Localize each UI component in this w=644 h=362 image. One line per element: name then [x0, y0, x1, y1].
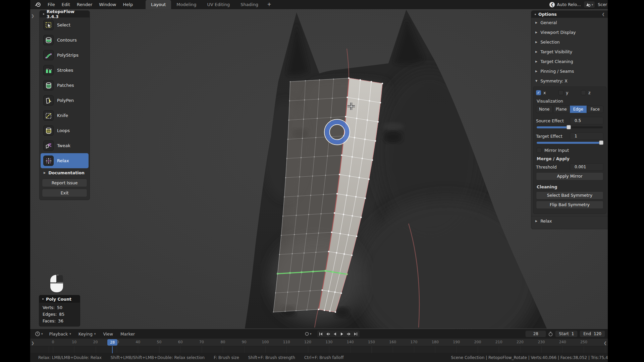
section-selection[interactable]: ▶Selection — [531, 37, 608, 47]
mode-dropdown[interactable]: ▾ — [584, 1, 595, 8]
mirror-input-row[interactable]: Mirror Input — [537, 148, 603, 153]
current-frame-badge[interactable]: 28 — [107, 339, 117, 346]
add-workspace-button[interactable]: + — [264, 0, 275, 9]
tool-polystrips[interactable]: PolyStrips — [41, 48, 89, 63]
apply-mirror-button[interactable]: Apply Mirror — [536, 172, 603, 180]
visualization-plane-button[interactable]: Plane — [553, 106, 570, 113]
timeline-menu-keying[interactable]: Keying▾ — [75, 331, 100, 337]
retopoflow-panel: RetopoFlow 3.4.3 SelectContoursPolyStrip… — [39, 10, 90, 200]
tab-shading[interactable]: Shading — [235, 0, 264, 9]
options-panel-header[interactable]: Options ❮ — [531, 11, 608, 18]
timeline-menu-view[interactable]: View — [99, 331, 117, 337]
current-frame-field[interactable]: 28 — [525, 330, 546, 337]
section-viewport-display[interactable]: ▶Viewport Display — [531, 27, 608, 37]
section-label: Target Cleaning — [540, 59, 573, 64]
target-effect-field[interactable]: 1 — [570, 132, 603, 140]
tool-tweak[interactable]: Tweak — [41, 138, 89, 153]
exit-button[interactable]: Exit — [42, 189, 87, 197]
frame-end-field[interactable]: End 120 — [580, 330, 605, 337]
visualization-face-button[interactable]: Face — [587, 106, 604, 113]
flip-bad-symmetry-button[interactable]: Flip Bad Symmetry — [536, 201, 603, 209]
timeline-menu-marker[interactable]: Marker — [117, 331, 139, 337]
editor-type-dropdown[interactable]: ▾ — [35, 331, 43, 337]
region-collapse-arrow[interactable]: ❮ — [604, 341, 607, 345]
menu-window[interactable]: Window — [96, 1, 119, 8]
jump-to-start-button[interactable] — [317, 330, 324, 337]
section-relax[interactable]: ▶ Relax — [531, 216, 608, 226]
panel-dot-icon — [42, 298, 44, 300]
3d-viewport[interactable]: ❯ — [30, 9, 608, 329]
target-effect-slider[interactable] — [537, 142, 603, 144]
menu-render[interactable]: Render — [73, 1, 96, 8]
poly-label: Edges: — [43, 312, 57, 317]
playhead-line[interactable] — [112, 346, 113, 353]
axis-z-checkbox[interactable] — [581, 90, 586, 95]
axis-x-checkbox[interactable]: ✓ — [536, 90, 541, 95]
source-effect-field[interactable]: 0.5 — [570, 117, 603, 124]
mirror-input-label: Mirror Input — [544, 148, 569, 153]
tab-layout[interactable]: Layout — [146, 0, 171, 9]
select-bad-symmetry-button[interactable]: Select Bad Symmetry — [536, 191, 603, 199]
menu-help[interactable]: Help — [120, 1, 137, 8]
retopoflow-panel-header[interactable]: RetopoFlow 3.4.3 — [40, 11, 90, 17]
auto-keying-toggle[interactable]: ▾ — [305, 331, 312, 336]
timeline-menus: Playback▾Keying▾ViewMarker — [46, 331, 139, 337]
tab-modeling[interactable]: Modeling — [171, 0, 202, 9]
axis-y-checkbox[interactable] — [558, 90, 564, 95]
scene-label[interactable]: Scer — [598, 2, 607, 7]
ruler-tick-160: 160 — [389, 340, 396, 344]
documentation-row[interactable]: ▶ Documentation — [40, 168, 90, 177]
menu-edit[interactable]: Edit — [58, 1, 73, 8]
tool-select[interactable]: Select — [41, 17, 89, 33]
tool-knife[interactable]: Knife — [41, 108, 89, 123]
timeline-ruler[interactable]: 28 0102030405060708090100110120130140150… — [30, 338, 608, 346]
tool-strokes[interactable]: Strokes — [41, 63, 89, 78]
threshold-field[interactable]: 0.001 — [570, 163, 603, 171]
section-label: General — [540, 20, 557, 25]
prev-keyframe-button[interactable] — [324, 330, 331, 337]
play-button[interactable] — [338, 330, 345, 337]
play-reverse-button[interactable] — [331, 330, 338, 337]
axis-x[interactable]: ✓x — [536, 90, 558, 95]
visualization-none-button[interactable]: None — [536, 106, 553, 113]
section-general[interactable]: ▶General — [531, 18, 608, 27]
end-value: 120 — [594, 331, 601, 336]
source-effect-slider[interactable] — [537, 126, 603, 128]
section-symmetry[interactable]: ▼ Symmetry: X — [531, 76, 608, 86]
poly-count-header[interactable]: Poly Count — [39, 295, 80, 303]
tool-loops[interactable]: Loops — [41, 123, 89, 138]
ruler-tick-20: 20 — [93, 340, 98, 344]
report-issue-button[interactable]: Report Issue — [42, 179, 87, 187]
timeline-menu-playback[interactable]: Playback▾ — [46, 331, 75, 337]
contours-icon — [43, 35, 54, 45]
jump-to-end-button[interactable] — [353, 330, 360, 337]
ruler-tick-60: 60 — [178, 340, 183, 344]
axis-label: y — [566, 90, 568, 95]
menu-file[interactable]: File — [44, 1, 58, 8]
status-bar: Relax: LMB/LMB+Double: RelaxShift+LMB/Sh… — [30, 353, 608, 362]
tool-patches[interactable]: Patches — [41, 78, 89, 93]
section-pinning-seams[interactable]: ▶Pinning / Seams — [531, 66, 608, 76]
section-target-cleaning[interactable]: ▶Target Cleaning — [531, 57, 608, 66]
section-label: Viewport Display — [540, 30, 576, 35]
tab-uv-editing[interactable]: UV Editing — [202, 0, 235, 9]
next-keyframe-button[interactable] — [345, 330, 353, 337]
triangle-right-icon: ▶ — [535, 31, 537, 34]
mirror-input-checkbox[interactable] — [537, 148, 542, 153]
tool-relax[interactable]: Relax — [41, 153, 89, 168]
timeline-track[interactable] — [30, 346, 608, 353]
region-expand-arrow[interactable]: ❯ — [31, 341, 34, 345]
chevron-down-icon: ▾ — [592, 3, 593, 6]
region-expand-arrow-left[interactable]: ❯ — [31, 14, 34, 18]
tool-polypen[interactable]: PolyPen — [41, 93, 89, 108]
tool-contours[interactable]: Contours — [41, 33, 89, 48]
region-collapse-arrow[interactable]: ❮ — [602, 12, 605, 16]
frame-start-field[interactable]: Start 1 — [555, 330, 578, 337]
section-target-visibility[interactable]: ▶Target Visibility — [531, 47, 608, 57]
tool-label: Knife — [57, 113, 68, 118]
tool-label: PolyPen — [57, 98, 74, 103]
axis-z[interactable]: z — [581, 90, 603, 95]
auto-relocate-chip[interactable]: ❮ Auto Relo... — [549, 2, 581, 7]
visualization-edge-button[interactable]: Edge — [570, 106, 587, 113]
axis-y[interactable]: y — [558, 90, 581, 95]
